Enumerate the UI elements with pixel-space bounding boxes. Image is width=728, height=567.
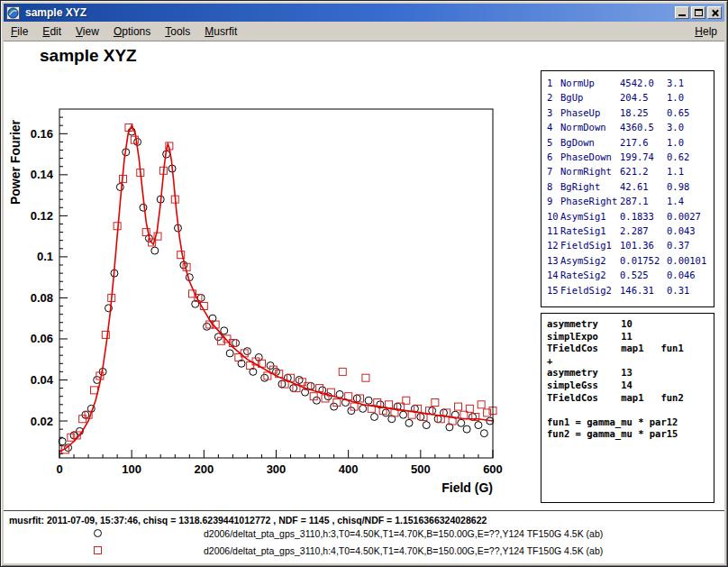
legend-entry: d2006/deltat_pta_gps_3110,h:4,T0=4.50K,T… bbox=[4, 543, 724, 560]
param-error: 1.0 bbox=[667, 90, 708, 105]
param-value: 287.1 bbox=[620, 194, 667, 208]
param-row: 3PhaseUp18.250.65 bbox=[547, 105, 708, 120]
param-error: 0.00101 bbox=[667, 253, 708, 268]
menu-item-help[interactable]: Help bbox=[687, 23, 724, 41]
menu-items: FileEditViewOptionsToolsMusrfit bbox=[4, 23, 244, 41]
theory-panel[interactable]: asymmetry 10simplExpo 11TFieldCos map1 f… bbox=[541, 313, 714, 503]
param-no: 6 bbox=[547, 150, 560, 164]
param-row: 6PhaseDown199.740.62 bbox=[547, 150, 708, 164]
param-row: 10AsymSig10.18330.0027 bbox=[547, 209, 708, 224]
menu-item-view[interactable]: View bbox=[68, 23, 106, 41]
param-no: 5 bbox=[547, 135, 560, 150]
param-no: 2 bbox=[547, 90, 560, 105]
legend-label: d2006/deltat_pta_gps_3110,h:4,T0=4.50K,T… bbox=[204, 545, 603, 556]
menu-item-tools[interactable]: Tools bbox=[158, 23, 197, 41]
footer: musrfit: 2011-07-09, 15:37:46, chisq = 1… bbox=[4, 510, 724, 563]
close-button[interactable] bbox=[707, 6, 722, 19]
minimize-button[interactable] bbox=[675, 6, 689, 19]
svg-text:Field (G): Field (G) bbox=[441, 480, 493, 495]
param-no: 4 bbox=[547, 120, 560, 134]
plot-canvas[interactable]: sample XYZ 01002003004005006000.020.040.… bbox=[4, 41, 724, 563]
param-error: 0.65 bbox=[667, 105, 708, 120]
menu-item-edit[interactable]: Edit bbox=[35, 23, 68, 41]
param-row: 11RateSig12.2870.043 bbox=[547, 224, 708, 238]
param-error: 1.1 bbox=[667, 164, 708, 178]
param-value: 4542.0 bbox=[620, 76, 667, 90]
param-name: NormDown bbox=[560, 120, 620, 134]
param-name: BgRight bbox=[560, 179, 620, 194]
param-error: 0.37 bbox=[667, 238, 708, 252]
param-error: 0.0027 bbox=[667, 209, 708, 224]
param-no: 9 bbox=[547, 194, 560, 208]
app-window: sample XYZ FileEditViewOptionsToolsMusrf… bbox=[0, 0, 728, 567]
param-row: 9PhaseRight287.11.4 bbox=[547, 194, 708, 208]
param-row: 12FieldSig1101.360.37 bbox=[547, 238, 708, 252]
param-row: 7NormRight621.21.1 bbox=[547, 164, 708, 178]
legend-entry: d2006/deltat_pta_gps_3110,h:3,T0=4.50K,T… bbox=[4, 526, 724, 543]
param-error: 0.043 bbox=[667, 224, 708, 238]
theory-line: simpleGss 14 bbox=[547, 380, 708, 392]
fit-status-line: musrfit: 2011-07-09, 15:37:46, chisq = 1… bbox=[4, 511, 724, 526]
maximize-icon bbox=[695, 9, 703, 16]
svg-text:0.08: 0.08 bbox=[31, 291, 53, 305]
svg-text:0.14: 0.14 bbox=[31, 168, 54, 181]
theory-line bbox=[547, 404, 708, 416]
window-controls bbox=[675, 6, 722, 19]
svg-text:0.16: 0.16 bbox=[31, 127, 53, 141]
param-value: 199.74 bbox=[620, 150, 667, 164]
theory-line: TFieldCos map1 fun2 bbox=[547, 392, 708, 405]
legend: d2006/deltat_pta_gps_3110,h:3,T0=4.50K,T… bbox=[4, 526, 724, 560]
param-error: 3.1 bbox=[667, 76, 708, 90]
param-no: 14 bbox=[547, 268, 560, 282]
menu-item-musrfit[interactable]: Musrfit bbox=[197, 23, 244, 41]
param-value: 0.1833 bbox=[620, 209, 667, 224]
param-value: 101.36 bbox=[620, 238, 667, 252]
param-error: 0.62 bbox=[667, 150, 708, 164]
param-value: 4360.5 bbox=[620, 120, 667, 134]
svg-text:400: 400 bbox=[339, 462, 359, 476]
legend-label: d2006/deltat_pta_gps_3110,h:3,T0=4.50K,T… bbox=[204, 528, 603, 539]
title-bar[interactable]: sample XYZ bbox=[4, 4, 724, 22]
menu-item-file[interactable]: File bbox=[4, 23, 35, 41]
param-value: 18.25 bbox=[620, 105, 667, 120]
parameters-panel[interactable]: 1NormUp4542.03.12BgUp204.51.03PhaseUp18.… bbox=[541, 70, 714, 307]
param-no: 12 bbox=[547, 238, 560, 252]
param-value: 621.2 bbox=[620, 164, 667, 178]
param-no: 7 bbox=[547, 164, 560, 178]
param-name: PhaseDown bbox=[560, 150, 620, 164]
param-value: 2.287 bbox=[620, 224, 667, 238]
menu-item-options[interactable]: Options bbox=[106, 23, 158, 41]
param-name: BgUp bbox=[560, 90, 620, 105]
param-row: 4NormDown4360.53.0 bbox=[547, 120, 708, 134]
app-icon-image bbox=[6, 6, 20, 20]
param-error: 0.31 bbox=[667, 283, 708, 297]
square-marker-icon bbox=[94, 546, 102, 554]
param-value: 217.6 bbox=[620, 135, 667, 150]
svg-text:600: 600 bbox=[483, 462, 503, 476]
maximize-button[interactable] bbox=[691, 6, 705, 19]
param-value: 146.31 bbox=[620, 283, 667, 297]
app-icon[interactable] bbox=[6, 6, 20, 20]
param-no: 13 bbox=[547, 253, 560, 268]
param-value: 42.61 bbox=[620, 179, 667, 194]
svg-text:0.04: 0.04 bbox=[31, 373, 54, 387]
param-no: 10 bbox=[547, 209, 560, 224]
param-name: PhaseUp bbox=[560, 105, 620, 120]
param-error: 0.046 bbox=[667, 268, 708, 282]
param-no: 11 bbox=[547, 224, 560, 238]
param-no: 3 bbox=[547, 105, 560, 120]
theory-line: TFieldCos map1 fun1 bbox=[547, 343, 708, 355]
svg-text:300: 300 bbox=[267, 462, 287, 476]
param-no: 15 bbox=[547, 283, 560, 297]
param-error: 1.0 bbox=[667, 135, 708, 150]
param-no: 1 bbox=[547, 76, 560, 90]
theory-line: simplExpo 11 bbox=[547, 331, 708, 343]
svg-text:0.02: 0.02 bbox=[31, 415, 53, 428]
theory-line: asymmetry 10 bbox=[547, 318, 708, 331]
param-name: NormUp bbox=[560, 76, 620, 90]
menu-bar: FileEditViewOptionsToolsMusrfit Help bbox=[4, 23, 724, 41]
param-name: RateSig1 bbox=[560, 224, 620, 238]
svg-text:0.12: 0.12 bbox=[31, 209, 53, 223]
svg-text:Power Fourier: Power Fourier bbox=[8, 119, 23, 205]
window-title: sample XYZ bbox=[23, 6, 671, 19]
